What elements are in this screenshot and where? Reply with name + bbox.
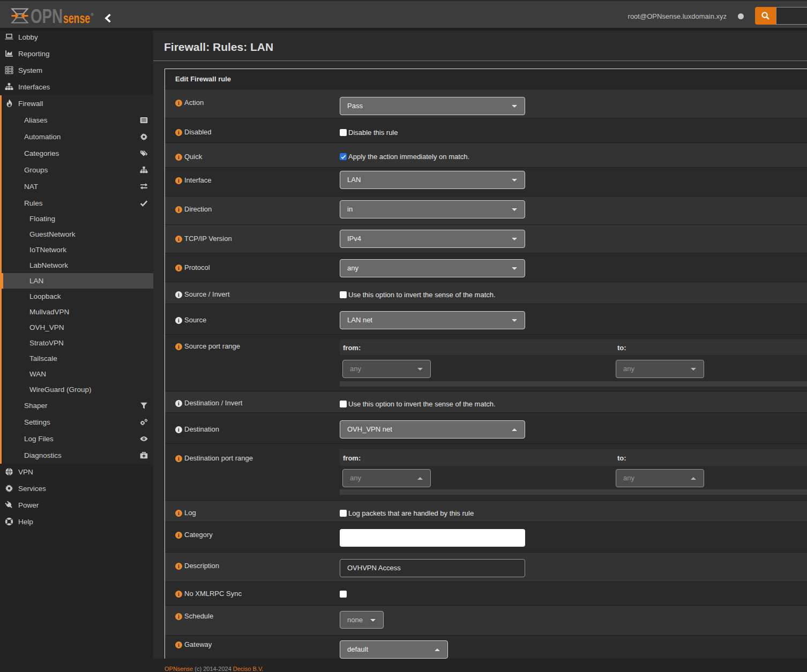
svg-text:®: ® bbox=[91, 12, 94, 17]
svg-text:sense: sense bbox=[63, 10, 90, 26]
svg-text:OPN: OPN bbox=[31, 5, 63, 27]
